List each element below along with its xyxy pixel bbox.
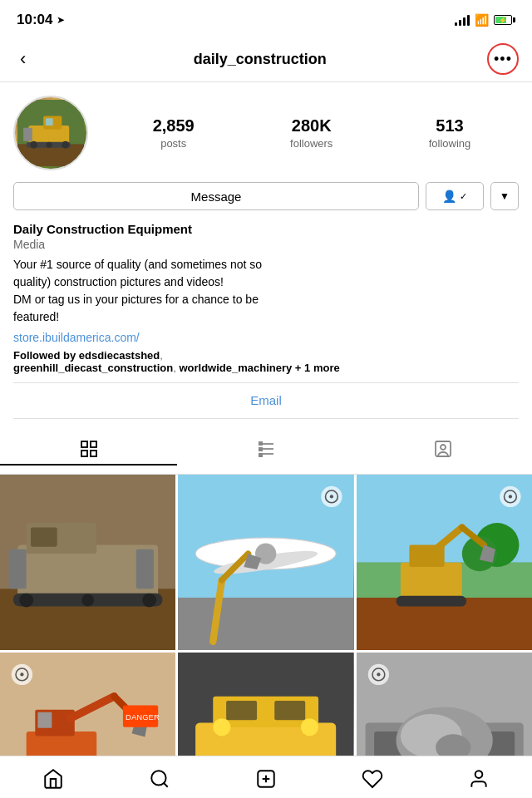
battery-icon: ⚡	[494, 15, 515, 25]
nav-profile[interactable]	[426, 765, 532, 793]
svg-rect-11	[91, 441, 96, 447]
svg-point-81	[214, 719, 231, 736]
svg-rect-79	[226, 701, 257, 720]
email-button[interactable]: Email	[250, 393, 282, 407]
dropdown-button[interactable]: ▼	[490, 182, 519, 210]
svg-point-8	[62, 141, 69, 149]
posts-label: posts	[160, 137, 186, 150]
bio-link[interactable]: store.ibuildamerica.com/	[13, 331, 519, 344]
svg-rect-28	[136, 549, 154, 589]
svg-rect-80	[275, 701, 306, 720]
svg-rect-27	[9, 549, 27, 589]
person-icon	[468, 768, 490, 790]
svg-rect-17	[259, 441, 263, 446]
svg-point-98	[377, 673, 380, 677]
bio-text: Your #1 source of quality (and sometimes…	[13, 256, 519, 326]
svg-rect-54	[396, 596, 466, 607]
svg-rect-62	[37, 712, 52, 728]
more-options-button[interactable]: •••	[487, 43, 519, 75]
svg-rect-10	[81, 441, 87, 447]
svg-text:DANGER: DANGER	[126, 713, 160, 722]
profile-section: 2,859 posts 280K followers 513 following…	[0, 82, 532, 426]
ellipsis-icon: •••	[494, 52, 512, 66]
signal-icon	[455, 14, 470, 26]
follow-button[interactable]: 👤 ✓	[426, 182, 484, 210]
email-cta: Email	[13, 382, 519, 419]
nav-activity[interactable]	[319, 765, 426, 793]
chevron-down-icon: ▼	[500, 190, 510, 202]
svg-rect-50	[400, 563, 461, 598]
nav-bar: ‹ daily_construction •••	[0, 37, 532, 82]
tab-list[interactable]	[177, 434, 354, 466]
svg-point-142	[475, 771, 483, 778]
status-time: 10:04	[17, 12, 52, 28]
svg-point-137	[151, 771, 165, 785]
photo-cell-3[interactable]	[357, 475, 532, 650]
profile-header: 2,859 posts 280K followers 513 following	[13, 96, 519, 170]
svg-point-43	[330, 495, 333, 498]
photo-cell-1[interactable]	[0, 475, 175, 650]
followed-by: Followed by edsdiecastshed, greenhill_di…	[13, 349, 519, 374]
status-icons: 📶 ⚡	[455, 13, 515, 27]
tab-grid[interactable]	[0, 434, 177, 466]
photo-cell-2[interactable]	[178, 475, 353, 650]
grid-icon	[79, 439, 99, 459]
posts-count: 2,859	[153, 116, 195, 135]
svg-rect-4	[46, 118, 53, 126]
followers-label: followers	[290, 137, 332, 150]
back-button[interactable]: ‹	[13, 45, 32, 73]
svg-line-138	[164, 783, 168, 787]
person-icon: 👤	[442, 190, 456, 203]
bio-section: Daily Construction Equipment Media Your …	[13, 222, 519, 374]
location-icon: ➤	[57, 14, 65, 26]
svg-rect-26	[31, 527, 57, 546]
svg-point-7	[30, 141, 37, 149]
heart-icon	[362, 768, 383, 790]
following-label: following	[429, 137, 471, 150]
action-buttons: Message 👤 ✓ ▼	[13, 182, 519, 210]
tab-tagged[interactable]	[355, 434, 532, 466]
svg-point-31	[142, 594, 156, 608]
search-icon	[149, 768, 170, 790]
followers-count: 280K	[292, 116, 332, 135]
avatar[interactable]	[13, 96, 88, 170]
svg-rect-13	[91, 451, 96, 456]
svg-point-82	[301, 719, 318, 736]
nav-home[interactable]	[0, 765, 106, 793]
following-count: 513	[436, 116, 463, 135]
status-bar: 10:04 ➤ 📶 ⚡	[0, 0, 532, 37]
nav-add[interactable]	[213, 765, 319, 793]
stats-row: 2,859 posts 280K followers 513 following	[105, 116, 519, 150]
svg-point-30	[19, 594, 33, 608]
posts-stat[interactable]: 2,859 posts	[153, 116, 195, 150]
tab-bar	[0, 426, 532, 475]
svg-point-70	[20, 673, 23, 677]
message-button[interactable]: Message	[13, 182, 419, 210]
following-stat[interactable]: 513 following	[429, 116, 471, 150]
wifi-icon: 📶	[475, 13, 489, 27]
checkmark-icon: ✓	[460, 191, 467, 202]
svg-point-57	[508, 495, 511, 498]
svg-point-32	[81, 594, 94, 607]
svg-rect-18	[259, 447, 263, 451]
person-tag-icon	[433, 439, 453, 459]
display-name: Daily Construction Equipment	[13, 222, 519, 236]
svg-rect-19	[259, 453, 263, 457]
photo-grid: DANGER	[0, 475, 532, 798]
svg-rect-12	[81, 451, 87, 456]
bio-category: Media	[13, 238, 519, 251]
nav-search[interactable]	[106, 765, 213, 793]
home-icon	[42, 768, 64, 790]
svg-rect-5	[23, 128, 32, 141]
bottom-nav	[0, 756, 532, 798]
plus-square-icon	[255, 768, 277, 790]
list-icon	[256, 439, 276, 459]
svg-point-9	[47, 142, 52, 148]
avatar-image	[15, 97, 86, 169]
followers-stat[interactable]: 280K followers	[290, 116, 332, 150]
svg-rect-20	[436, 441, 451, 456]
svg-point-21	[441, 445, 446, 450]
profile-username: daily_construction	[194, 51, 327, 68]
svg-rect-34	[178, 598, 353, 650]
